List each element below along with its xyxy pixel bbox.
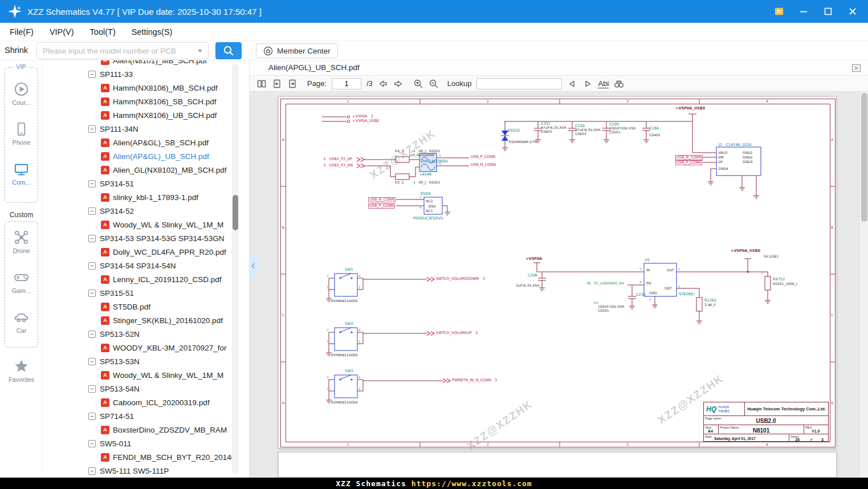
rotate-cw-icon[interactable]	[287, 79, 298, 89]
tree-group-row[interactable]: −SP314-51	[43, 177, 249, 190]
collapse-icon[interactable]: −	[88, 180, 96, 188]
tree-pdf-row[interactable]: ALenny_ICL_20191120_CSD.pdf	[43, 272, 249, 286]
schematic-label: 4	[639, 281, 642, 284]
tree-pdf-row[interactable]: AAlien_GL(NX8102)_MB_SCH.pdf	[43, 163, 249, 177]
tree-pdf-row[interactable]: AStinger_SK(KBL)_20161020.pdf	[43, 313, 249, 327]
sidebar-item-game[interactable]: Gam...	[0, 269, 43, 294]
model-search-combo[interactable]	[36, 42, 209, 59]
tree-group-row[interactable]: −SP714-51	[43, 409, 249, 423]
collapse-icon[interactable]: −	[88, 467, 96, 475]
tree-item-label: Dolly_WC_DL4FA_PPR_R20.pdf	[113, 248, 226, 256]
tree-pdf-row[interactable]: AHamm(NX8106)_MB_SCH.pdf	[43, 81, 249, 95]
menu-item-tool[interactable]: Tool(T)	[90, 27, 116, 36]
sidebar-item-drone[interactable]: Drone	[0, 229, 43, 254]
schematic-label: IN	[646, 268, 650, 272]
tree-group-row[interactable]: −SP513-52N	[43, 327, 249, 341]
tree-pdf-row[interactable]: AST5DB.pdf	[43, 300, 249, 313]
tree-pdf-row[interactable]: ACaboom_ICL_20200319.pdf	[43, 396, 249, 409]
tree-group-row[interactable]: −SP315-51	[43, 286, 249, 300]
pdf-content[interactable]: +V5P0A 2+V5P0A_USB0+V5P0A_USB0ESD32ESD9N…	[250, 92, 868, 478]
tree-group-row[interactable]: −SW5-111 SW5-111P	[43, 464, 249, 478]
pdf-scrollbar[interactable]	[859, 92, 868, 478]
tree-pdf-row[interactable]: AFENDI_MB_SCH_BYT_R20_20140	[43, 450, 249, 464]
collapse-icon[interactable]: −	[88, 125, 96, 133]
close-button[interactable]	[847, 6, 858, 17]
tab-active[interactable]: Alien(APGL)_UB_SCH.pdf	[268, 60, 360, 76]
schematic-label: 2	[487, 100, 489, 103]
collapse-tree-handle[interactable]	[250, 255, 257, 276]
maximize-button[interactable]	[822, 6, 833, 17]
zoom-in-icon[interactable]	[413, 79, 423, 89]
next-match-icon[interactable]	[582, 79, 593, 89]
combo-dropdown-icon[interactable]	[198, 50, 202, 52]
tree-pdf-row[interactable]: AAlien(N8101)_MB_SCH.pdf	[43, 60, 249, 67]
title-block: HQ HUAQIN 华勤通讯 Huaqin Telecom Technology…	[703, 402, 829, 442]
menu-item-vip[interactable]: VIP(V)	[50, 27, 74, 36]
page-number-input[interactable]	[332, 78, 361, 89]
schematic-label: 4	[766, 443, 768, 446]
tree-pdf-row[interactable]: AHamm(NX8106)_SB_SCH.pdf	[43, 95, 249, 108]
prev-page-icon[interactable]	[378, 79, 388, 89]
sidebar-item-computer[interactable]: Com...	[0, 161, 43, 186]
sidebar-item-phone[interactable]: Phone	[0, 121, 43, 146]
menu-item-settings[interactable]: Settings(S)	[132, 27, 173, 36]
tree-group-row[interactable]: −SP111-33	[43, 67, 249, 81]
collapse-icon[interactable]: −	[88, 262, 96, 270]
close-tab-icon[interactable]	[851, 63, 861, 73]
tree-item-label: SW5-011	[100, 439, 131, 448]
tree-pdf-row[interactable]: AWoody_WL & Slinky_WL_1M_M	[43, 368, 249, 382]
match-case-icon[interactable]: Abi	[598, 79, 609, 88]
lookup-input[interactable]	[476, 78, 562, 89]
collapse-icon[interactable]: −	[88, 413, 96, 420]
collapse-icon[interactable]: −	[88, 71, 96, 78]
model-search-input[interactable]	[37, 47, 198, 55]
tree-group-row[interactable]: −SP111-34N	[43, 122, 249, 136]
tree-pdf-row[interactable]: AAlien(AP&GL)_SB_SCH.pdf	[43, 136, 249, 149]
sidebar-item-course[interactable]: Cour...	[0, 81, 43, 106]
tree-pdf-row[interactable]: ABoxsterDino_ZDSZDV_MB_RAM	[43, 423, 249, 437]
binoculars-icon[interactable]	[614, 79, 624, 89]
sidebar-item-car[interactable]: Car	[0, 309, 43, 334]
tree-group-row[interactable]: −SP314-52	[43, 204, 249, 218]
minimize-button[interactable]	[798, 6, 809, 17]
license-icon[interactable]	[773, 6, 784, 17]
tree-pdf-row[interactable]: AHamm(NX8106)_UB_SCH.pdf	[43, 108, 249, 122]
collapse-icon[interactable]: −	[88, 290, 96, 297]
collapse-icon[interactable]: −	[88, 207, 96, 215]
tree-pdf-row[interactable]: AWoody_WL & Slinky_WL_1M_M	[43, 218, 249, 231]
collapse-icon[interactable]: −	[88, 358, 96, 365]
tree-group-row[interactable]: −SP314-53 SP314-53G SP314-53GN	[43, 231, 249, 245]
menu-item-file[interactable]: File(F)	[10, 27, 34, 36]
schematic-label: C0201	[598, 309, 609, 312]
next-page-icon[interactable]	[393, 79, 404, 89]
left-sidebar: VIP Custom Cour...PhoneCom...DroneGam...…	[0, 60, 43, 478]
pdf-icon: A	[101, 303, 109, 311]
collapse-icon[interactable]: −	[88, 385, 96, 393]
shrink-button[interactable]: Shrink	[5, 46, 28, 55]
tree-group-row[interactable]: −SP513-53N	[43, 354, 249, 368]
sidebar-item-favorites[interactable]: Favorites	[0, 358, 43, 383]
search-button[interactable]	[215, 42, 242, 59]
schematic-label: 1	[419, 196, 422, 199]
tree-scrollbar[interactable]	[232, 64, 239, 474]
tree-group-row[interactable]: −SP314-54 SP314-54N	[43, 259, 249, 272]
collapse-icon[interactable]: −	[88, 440, 96, 447]
prev-match-icon[interactable]	[567, 79, 577, 89]
pdf-scrollbar-thumb[interactable]	[861, 93, 867, 222]
status-url[interactable]: https://www.xzztools.com	[411, 479, 532, 488]
tree-pdf-row[interactable]: AWOODY_KBL-3M_20170927_for	[43, 341, 249, 354]
collapse-icon[interactable]: −	[88, 235, 96, 242]
tree-pdf-row[interactable]: Aslinky_kbl-1_17893-1.pdf	[43, 190, 249, 204]
tree-group-row[interactable]: −SP513-54N	[43, 382, 249, 396]
two-page-view-icon[interactable]	[256, 79, 267, 89]
tree-group-row[interactable]: −SW5-011	[43, 437, 249, 450]
member-center-button[interactable]: Member Center	[256, 43, 338, 58]
tree-scrollbar-thumb[interactable]	[233, 195, 238, 230]
pdf-icon: A	[101, 84, 109, 92]
collapse-icon[interactable]: −	[88, 331, 96, 338]
schematic-label: SY6280	[679, 292, 693, 296]
tree-pdf-row[interactable]: AAlien(AP&GL)_UB_SCH.pdf	[43, 149, 249, 163]
tree-pdf-row[interactable]: ADolly_WC_DL4FA_PPR_R20.pdf	[43, 245, 249, 259]
rotate-ccw-icon[interactable]	[272, 79, 282, 89]
zoom-out-icon[interactable]	[429, 79, 439, 89]
